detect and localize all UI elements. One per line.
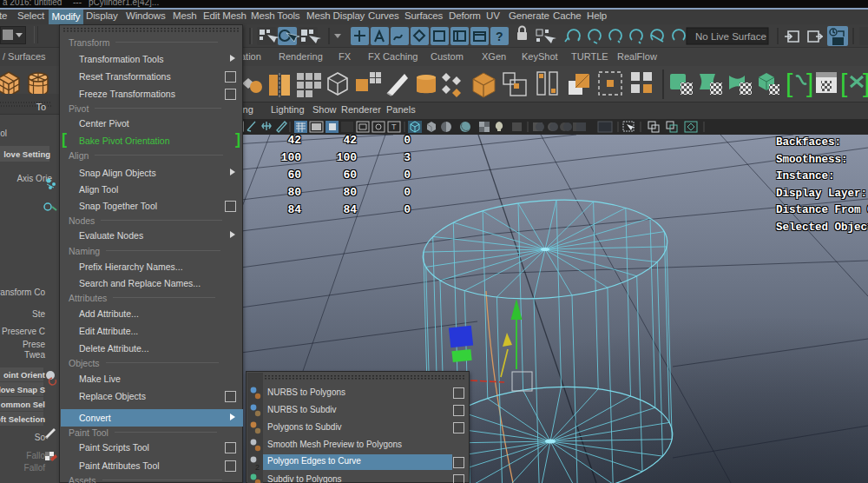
svg-text:]: ] [863,69,868,97]
svg-text:No Live Surface: No Live Surface [695,31,766,42]
svg-text:[: [ [786,69,793,97]
svg-text:]: ] [806,69,813,97]
svg-text:?: ? [496,30,503,43]
svg-text:[: [ [840,69,848,97]
svg-text:2: 2 [255,463,260,472]
